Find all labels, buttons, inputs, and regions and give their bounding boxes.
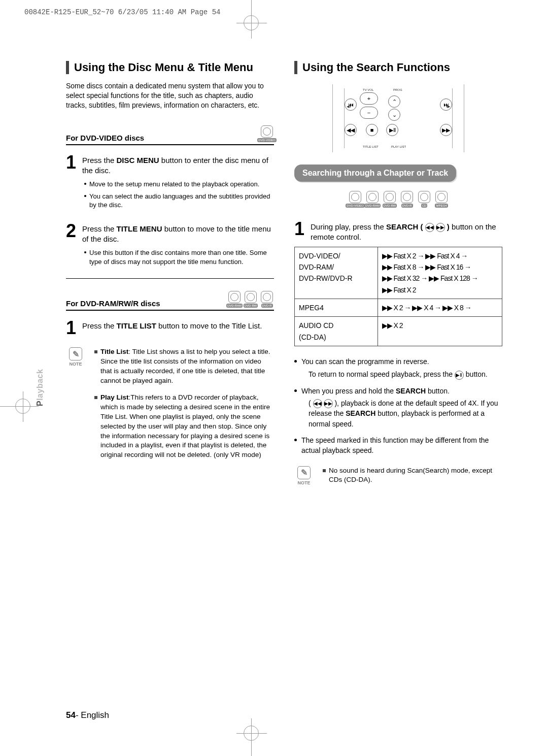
subhead-dvd-ram-rw-r: For DVD-RAM/RW/R discs xyxy=(66,299,160,308)
disc-icon: MPEG4 xyxy=(434,191,449,208)
bullet: Use this button if the disc contains mor… xyxy=(84,248,274,266)
crop-mark xyxy=(244,726,259,741)
disc-icons: DVD-RAM DVD-RW DVD-R xyxy=(227,291,274,308)
note-definition: Play List:This refers to a DVD recorder … xyxy=(100,393,274,460)
remote-diagram: TV VOL PROG + ⌃ ⏮ ⏭ − ⌄ ◀Ⅱ Ⅱ▶ ◀◀ ■ ▶Ⅱ ▶▶… xyxy=(332,84,464,152)
bullet: The speed marked in this function may be… xyxy=(294,435,502,456)
subhead-dvd-video: For DVD-VIDEO discs xyxy=(66,134,144,142)
square-bullet-icon xyxy=(94,396,97,399)
section-title-search: Using the Search Functions xyxy=(294,61,502,74)
step-number: 2 xyxy=(66,222,78,245)
ffwd-button-icon: ▶▶ xyxy=(440,124,452,136)
intro-paragraph: Some discs contain a dedicated menu syst… xyxy=(66,81,274,110)
square-bullet-icon xyxy=(323,469,326,472)
remote-label: Ⅱ▶ xyxy=(446,105,450,109)
stop-button-icon: ■ xyxy=(366,124,378,136)
step-number: 1 xyxy=(66,319,78,337)
disc-icon: DVD-R xyxy=(260,291,274,308)
step-text: During play, press the SEARCH ( ◀◀▶▶ ) b… xyxy=(311,220,502,243)
preprint-header: 00842E-R125-EUR_52~70 6/23/05 11:40 AM P… xyxy=(24,8,220,16)
rewind-icon: ◀◀ xyxy=(425,223,434,232)
step-text: Press the TITLE LIST button to move to t… xyxy=(82,319,262,337)
remote-label: TITLE LIST xyxy=(363,145,379,148)
section-title-disc-menu: Using the Disc Menu & Title Menu xyxy=(66,61,274,74)
disc-icons: DVD-VIDEO DVD-RAM DVD-RW DVD-R CD MPEG4 xyxy=(294,191,502,208)
square-bullet-icon xyxy=(94,350,97,353)
table-cell: ▶▶ X 2 → ▶▶ X 4 → ▶▶ X 8 → xyxy=(378,299,502,317)
disc-icon: DVD-RAM xyxy=(227,291,242,308)
disc-icons: DVD-VIDEO xyxy=(260,125,274,142)
table-cell: AUDIO CD (CD-DA) xyxy=(295,317,378,346)
step-number: 1 xyxy=(66,153,78,176)
play-pause-icon: ▶Ⅱ xyxy=(455,371,464,380)
remote-label: PLAY LIST xyxy=(391,145,406,148)
table-cell: DVD-VIDEO/ DVD-RAM/ DVD-RW/DVD-R xyxy=(295,247,378,299)
disc-icon: DVD-RAM xyxy=(365,191,380,208)
bullet: When you press and hold the SEARCH butto… xyxy=(294,386,502,429)
pill-heading-search-chapter: Searching through a Chapter or Track xyxy=(294,165,456,182)
disc-icon: CD xyxy=(417,191,431,208)
rewind-icon: ◀◀ xyxy=(313,399,322,408)
bullet: Move to the setup menu related to the pl… xyxy=(84,180,274,189)
disc-icon: DVD-VIDEO xyxy=(260,125,274,142)
table-cell: MPEG4 xyxy=(295,299,378,317)
ffwd-icon: ▶▶ xyxy=(324,399,333,408)
disc-icon: DVD-R xyxy=(400,191,414,208)
prog-down-button-icon: ⌄ xyxy=(388,109,400,121)
table-cell: ▶▶ X 2 xyxy=(378,317,502,346)
page-footer: 54- English xyxy=(66,710,109,720)
note-definition: Title List: Title List shows a list to h… xyxy=(100,347,274,386)
crop-mark xyxy=(15,399,30,414)
disc-icon: DVD-RW xyxy=(383,191,397,208)
note-icon: ✎ NOTE xyxy=(66,347,85,467)
vol-up-button-icon: + xyxy=(360,92,378,105)
rewind-button-icon: ◀◀ xyxy=(345,124,357,136)
side-tab-playback: Playback xyxy=(36,369,45,406)
remote-label: PROG xyxy=(393,88,402,91)
remote-label: ◀Ⅱ xyxy=(347,105,351,109)
disc-icon: DVD-RW xyxy=(244,291,258,308)
crop-mark xyxy=(244,15,259,30)
step-number: 1 xyxy=(294,220,306,243)
bullet: You can scan the programme in reverse. T… xyxy=(294,356,502,380)
speed-table: DVD-VIDEO/ DVD-RAM/ DVD-RW/DVD-R ▶▶ Fast… xyxy=(294,247,502,347)
note-icon: ✎ NOTE xyxy=(294,466,314,492)
vol-down-button-icon: − xyxy=(360,107,378,119)
ffwd-icon: ▶▶ xyxy=(436,223,445,232)
remote-label: TV VOL xyxy=(363,88,373,91)
table-cell: ▶▶ Fast X 2 → ▶▶ Fast X 4 → ▶▶ Fast X 8 … xyxy=(378,247,502,299)
step-text: Press the TITLE MENU button to move to t… xyxy=(82,222,274,245)
prog-up-button-icon: ⌃ xyxy=(388,95,400,108)
disc-icon: DVD-VIDEO xyxy=(348,191,362,208)
play-pause-button-icon: ▶Ⅱ xyxy=(386,124,398,136)
note-text: No sound is heard during Scan(Search) mo… xyxy=(329,466,502,485)
bullet: You can select the audio languages and t… xyxy=(84,192,274,210)
step-text: Press the DISC MENU button to enter the … xyxy=(82,153,274,176)
